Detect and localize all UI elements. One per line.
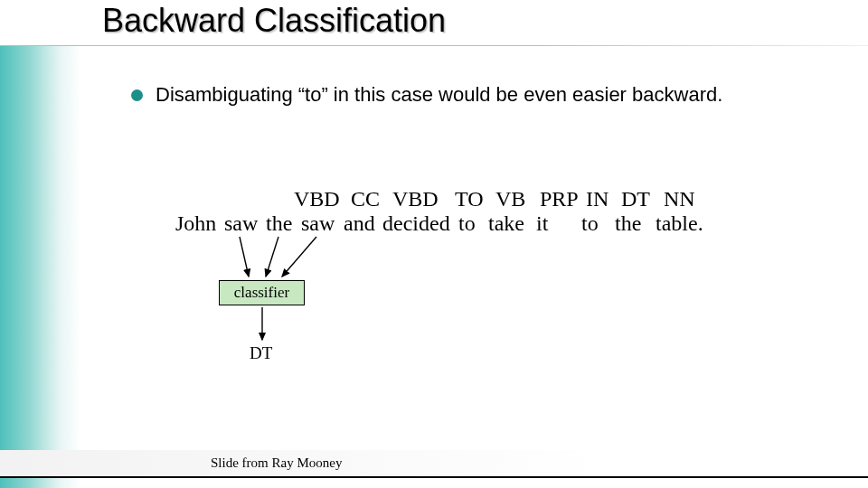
word: to — [458, 211, 476, 236]
tag: CC — [351, 187, 380, 211]
output-tag: DT — [250, 343, 272, 363]
word: John — [175, 211, 216, 236]
tag: TO — [455, 187, 484, 211]
tag: DT — [621, 187, 650, 211]
word: take — [488, 211, 524, 236]
bullet-row: Disambiguating “to” in this case would b… — [131, 83, 722, 107]
arrow-icon — [266, 237, 278, 277]
arrow-icon — [240, 237, 249, 277]
tag: PRP — [540, 187, 579, 211]
footer-credit: Slide from Ray Mooney — [211, 455, 342, 471]
tag: VBD — [392, 187, 439, 211]
word: the — [615, 211, 641, 236]
classifier-box: classifier — [219, 280, 305, 305]
divider — [0, 45, 868, 46]
word: decided — [382, 211, 450, 236]
footer-bg — [0, 450, 868, 476]
slide: Backward Classification Disambiguating “… — [0, 0, 868, 488]
tag: VBD — [294, 187, 340, 211]
footer-line — [0, 476, 868, 478]
word: it — [536, 211, 548, 236]
slide-title: Backward Classification — [102, 2, 446, 40]
word: saw — [301, 211, 335, 236]
side-gradient — [0, 45, 81, 488]
bullet-icon — [131, 89, 143, 101]
bullet-text: Disambiguating “to” in this case would b… — [156, 83, 722, 107]
word: and — [344, 211, 375, 236]
arrow-icon — [282, 237, 316, 277]
word: saw — [224, 211, 258, 236]
arrow-layer — [0, 0, 868, 488]
tag: VB — [495, 187, 525, 211]
tag: NN — [664, 187, 695, 211]
word: the — [266, 211, 292, 236]
word: table. — [656, 211, 703, 236]
word: to — [581, 211, 599, 236]
tag: IN — [586, 187, 609, 211]
